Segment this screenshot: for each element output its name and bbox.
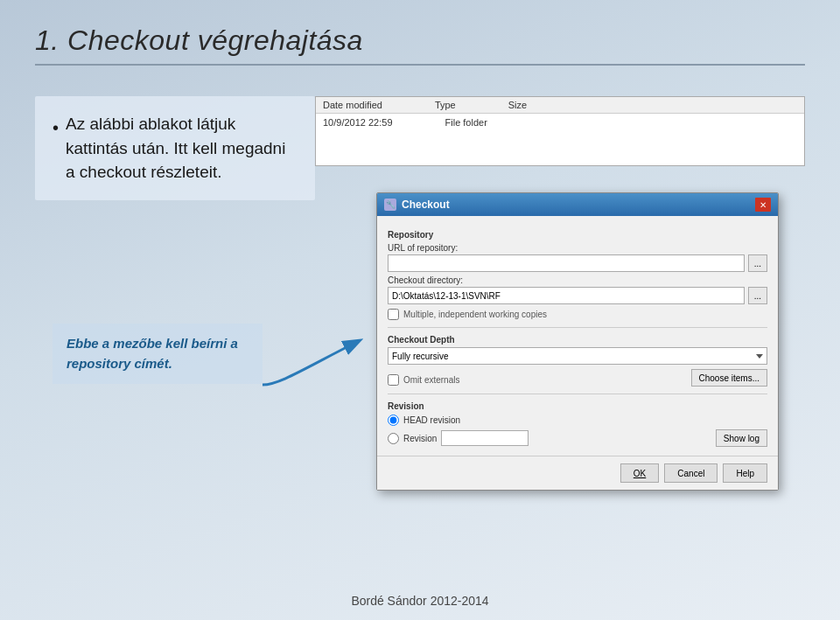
page-title: 1. Checkout végrehajtása: [35, 24, 805, 57]
title-area: 1. Checkout végrehajtása: [35, 24, 805, 66]
url-input-row: ...: [388, 254, 767, 272]
bullet-text: Az alábbi ablakot látjuk kattintás után.…: [66, 112, 298, 185]
revision-row: Revision Show log: [388, 429, 767, 447]
head-revision-radio[interactable]: [388, 414, 399, 426]
divider-1: [388, 327, 767, 328]
dialog-close-button[interactable]: ✕: [755, 198, 771, 212]
dialog-icon: 🔧: [384, 199, 396, 211]
fb-col-size: Size: [508, 100, 527, 110]
fb-col-type: Type: [435, 100, 456, 110]
checkout-dialog: 🔧 Checkout ✕ Repository URL of repositor…: [376, 192, 779, 491]
url-label: URL of repository:: [388, 243, 767, 253]
dialog-footer: OK Cancel Help: [377, 456, 778, 490]
head-revision-label: HEAD revision: [403, 415, 460, 425]
fb-cell-date: 10/9/2012 22:59: [323, 117, 393, 128]
url-input[interactable]: [388, 254, 745, 272]
annotation-text: Ebbe a mezőbe kell beírni a repository c…: [66, 336, 238, 371]
multiple-copies-label: Multiple, independent working copies: [403, 310, 547, 319]
show-log-button[interactable]: Show log: [716, 429, 767, 447]
bullet-dot: •: [52, 115, 59, 141]
page-footer: Bordé Sándor 2012-2014: [0, 594, 840, 608]
dialog-title-text: 🔧 Checkout: [384, 199, 450, 211]
fb-row: 10/9/2012 22:59 File folder: [316, 114, 804, 131]
dialog-titlebar: 🔧 Checkout ✕: [377, 193, 778, 216]
head-revision-row: HEAD revision: [388, 414, 767, 426]
ok-button[interactable]: OK: [620, 463, 659, 483]
bullet-item: • Az alábbi ablakot látjuk kattintás utá…: [52, 112, 298, 185]
checkout-dir-browse-button[interactable]: ...: [748, 287, 767, 304]
depth-select[interactable]: Fully recursive Immediate children Only …: [388, 347, 767, 365]
revision-label: Revision: [403, 434, 437, 443]
checkout-depth-label: Checkout Depth: [388, 335, 767, 345]
multiple-copies-row: Multiple, independent working copies: [388, 309, 767, 320]
fb-header: Date modified Type Size: [316, 97, 804, 114]
omit-externals-label: Omit externals: [403, 375, 459, 385]
repository-section-label: Repository: [388, 230, 767, 240]
url-browse-button[interactable]: ...: [748, 254, 767, 272]
depth-select-row: Fully recursive Immediate children Only …: [388, 347, 767, 365]
annotation-box: Ebbe a mezőbe kell beírni a repository c…: [52, 324, 262, 384]
arrow-icon: [254, 315, 402, 402]
dialog-body: Repository URL of repository: ... Checko…: [377, 216, 778, 456]
help-button[interactable]: Help: [723, 463, 767, 483]
fb-col-date: Date modified: [323, 100, 382, 110]
cancel-button[interactable]: Cancel: [664, 463, 718, 483]
revision-radio[interactable]: [388, 433, 399, 444]
bullet-box: • Az alábbi ablakot látjuk kattintás utá…: [35, 96, 315, 200]
footer-text: Bordé Sándor 2012-2014: [351, 594, 488, 608]
omit-row: Omit externals Choose items...: [388, 369, 767, 387]
revision-section-label: Revision: [388, 401, 767, 411]
file-browser: Date modified Type Size 10/9/2012 22:59 …: [315, 96, 805, 166]
divider-2: [388, 394, 767, 394]
checkout-dir-label: Checkout directory:: [388, 275, 767, 285]
checkout-dir-input[interactable]: [388, 287, 745, 304]
revision-input[interactable]: [441, 430, 528, 446]
choose-items-button[interactable]: Choose items...: [691, 369, 767, 387]
fb-cell-type: File folder: [445, 117, 487, 128]
checkout-dir-row: ...: [388, 287, 767, 304]
